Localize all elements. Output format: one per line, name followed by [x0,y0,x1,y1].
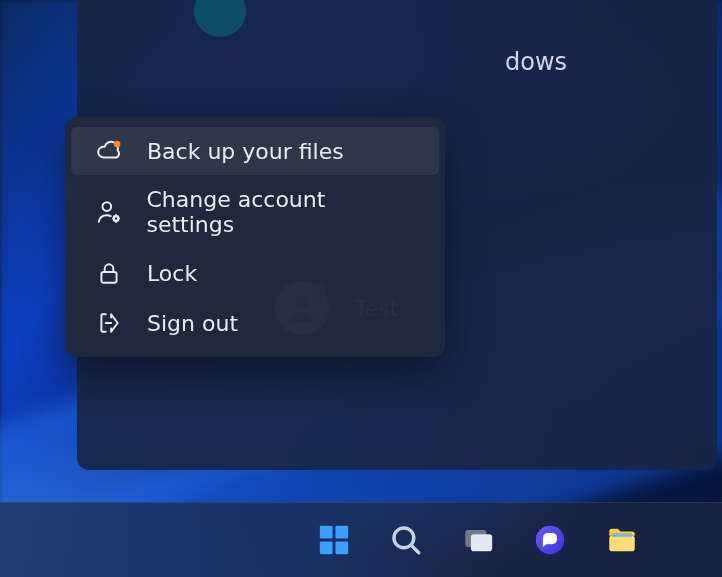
svg-rect-5 [320,526,333,539]
taskbar [0,502,722,577]
svg-rect-7 [320,541,333,554]
menu-item-label: Sign out [147,311,238,336]
svg-rect-14 [612,533,632,537]
svg-rect-8 [335,541,348,554]
menu-item-label: Back up your files [147,139,344,164]
menu-item-signout[interactable]: Sign out [71,299,439,347]
lock-icon [95,259,123,287]
sign-out-icon [95,309,123,337]
svg-point-2 [102,202,111,211]
svg-rect-4 [101,272,116,283]
chat-icon [533,523,567,557]
menu-item-label: Lock [147,261,197,286]
cloud-backup-icon [95,137,123,165]
taskbar-chat-button[interactable] [524,514,576,566]
svg-point-1 [114,141,121,148]
account-settings-icon [95,198,122,226]
svg-rect-6 [335,526,348,539]
menu-item-account-settings[interactable]: Change account settings [71,177,439,247]
taskbar-file-explorer-button[interactable] [596,514,648,566]
recommended-item[interactable] [194,0,246,37]
panel-obscured-text: dows [505,48,567,76]
menu-item-lock[interactable]: Lock [71,249,439,297]
svg-rect-13 [609,536,635,552]
menu-item-label: Change account settings [146,187,415,237]
taskbar-taskview-button[interactable] [452,514,504,566]
windows-logo-icon [317,523,351,557]
taskbar-start-button[interactable] [308,514,360,566]
search-icon [389,523,423,557]
svg-rect-11 [471,534,492,551]
user-account-flyout: Back up your files Change account settin… [65,117,445,357]
taskbar-search-button[interactable] [380,514,432,566]
task-view-icon [461,523,495,557]
menu-item-backup[interactable]: Back up your files [71,127,439,175]
get-started-icon [194,0,246,37]
file-explorer-icon [605,523,639,557]
